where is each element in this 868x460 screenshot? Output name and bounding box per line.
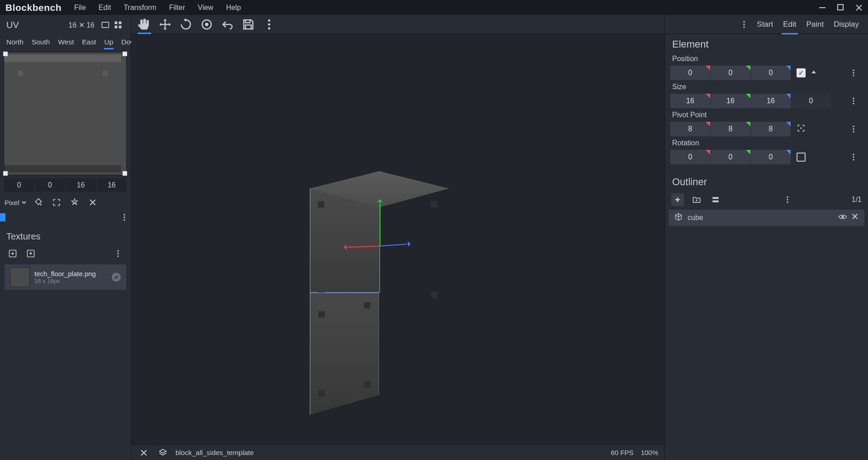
- svg-point-27: [853, 98, 854, 99]
- uv-coord-x1[interactable]: 0: [4, 178, 34, 192]
- menu-transform[interactable]: Transform: [118, 2, 161, 14]
- position-row: 0 0 0 ✓: [665, 65, 868, 81]
- toolbar-options-icon[interactable]: [262, 18, 276, 31]
- uv-grid-icon[interactable]: [112, 19, 124, 31]
- size-row: 16 16 16 0: [665, 93, 868, 109]
- pivot-label: Pivot Point: [665, 109, 868, 121]
- window-close[interactable]: [855, 4, 863, 11]
- save-icon[interactable]: [242, 18, 255, 31]
- gizmo-y-axis[interactable]: [379, 203, 380, 246]
- window-minimize[interactable]: [819, 4, 826, 11]
- uv-display[interactable]: [4, 52, 127, 175]
- element-title: Element: [665, 34, 868, 53]
- svg-point-28: [853, 100, 854, 101]
- visibility-icon[interactable]: [838, 212, 847, 223]
- pivot-row: 8 8 8: [665, 121, 868, 137]
- rotate-tool-icon[interactable]: [179, 18, 193, 31]
- position-collapse-icon[interactable]: [810, 68, 817, 77]
- clear-icon[interactable]: [86, 196, 99, 209]
- pivot-tool-icon[interactable]: [200, 18, 213, 31]
- svg-rect-6: [119, 26, 122, 29]
- size-z[interactable]: 16: [751, 94, 791, 108]
- position-x[interactable]: 0: [670, 66, 710, 80]
- svg-rect-1: [838, 5, 843, 10]
- viewport[interactable]: [131, 34, 664, 460]
- size-x[interactable]: 16: [670, 94, 710, 108]
- right-panel: Start Edit Paint Display Element Positio…: [664, 15, 868, 460]
- window-maximize[interactable]: [837, 4, 844, 11]
- status-zoom: 100%: [641, 449, 658, 456]
- menu-edit[interactable]: Edit: [93, 2, 117, 14]
- move-tool-icon[interactable]: [158, 18, 172, 31]
- pivot-z[interactable]: 8: [751, 122, 791, 136]
- mode-display[interactable]: Display: [830, 18, 863, 31]
- status-close-icon[interactable]: [138, 446, 150, 459]
- face-west[interactable]: West: [54, 37, 77, 47]
- status-project-name: block_all_sides_template: [175, 449, 254, 457]
- pan-tool-icon[interactable]: [138, 18, 151, 31]
- color-options-icon[interactable]: [118, 211, 131, 224]
- size-options-icon[interactable]: [847, 95, 860, 107]
- menu-file[interactable]: File: [69, 2, 91, 14]
- uv-canvas[interactable]: [4, 52, 127, 175]
- add-texture-icon[interactable]: [6, 247, 19, 260]
- face-north[interactable]: North: [3, 37, 27, 47]
- position-options-icon[interactable]: [847, 67, 860, 79]
- outliner-toggle-icon[interactable]: [709, 193, 722, 206]
- outliner-options-icon[interactable]: [781, 193, 794, 206]
- menu-view[interactable]: View: [192, 2, 218, 14]
- uv-brush-mode[interactable]: Pixel: [5, 199, 27, 206]
- uv-coord-y2[interactable]: 16: [97, 178, 127, 192]
- face-up[interactable]: Up: [100, 37, 117, 47]
- rotation-row: 0 0 0: [665, 149, 868, 165]
- outliner-item[interactable]: cube: [669, 210, 864, 226]
- svg-rect-4: [119, 22, 122, 24]
- textures-title: Textures: [0, 228, 131, 245]
- menu-filter[interactable]: Filter: [164, 2, 191, 14]
- gizmo-z-axis[interactable]: [379, 244, 407, 246]
- status-layers-icon[interactable]: [157, 446, 169, 459]
- rotation-rescale-checkbox[interactable]: [797, 153, 806, 162]
- svg-point-21: [744, 21, 745, 22]
- mode-tabs: Start Edit Paint Display: [665, 15, 868, 34]
- statusbar: block_all_sides_template 60 FPS 100%: [131, 445, 664, 460]
- menu-help[interactable]: Help: [221, 2, 247, 14]
- position-lock-checkbox[interactable]: ✓: [797, 68, 806, 77]
- position-y[interactable]: 0: [711, 66, 750, 80]
- mode-paint[interactable]: Paint: [803, 18, 828, 31]
- add-group-icon[interactable]: [690, 193, 703, 206]
- import-texture-icon[interactable]: [24, 247, 37, 260]
- svg-point-25: [853, 72, 854, 73]
- uv-fullscreen-icon[interactable]: [99, 19, 112, 31]
- auto-uv-icon[interactable]: A: [68, 196, 81, 209]
- uv-toolbar: Pixel A: [0, 193, 131, 211]
- size-inflate[interactable]: 0: [791, 94, 831, 108]
- rotation-z[interactable]: 0: [751, 150, 791, 164]
- rotation-x[interactable]: 0: [670, 150, 710, 164]
- pivot-x[interactable]: 8: [670, 122, 710, 136]
- uv-header: UV 16 ✕ 16: [0, 15, 131, 35]
- pivot-y[interactable]: 8: [711, 122, 750, 136]
- svg-point-20: [268, 27, 270, 29]
- uv-coord-x2[interactable]: 16: [66, 178, 96, 192]
- face-east[interactable]: East: [78, 37, 100, 47]
- face-south[interactable]: South: [28, 37, 54, 47]
- mode-options-icon[interactable]: [738, 18, 750, 31]
- mode-edit[interactable]: Edit: [779, 18, 800, 31]
- color-chip[interactable]: [0, 213, 5, 221]
- texture-item[interactable]: tech_floor_plate.png 16 x 16px: [5, 264, 126, 290]
- undo-icon[interactable]: [221, 18, 234, 31]
- rotation-y[interactable]: 0: [711, 150, 750, 164]
- center-pivot-icon[interactable]: [797, 124, 806, 134]
- remove-icon[interactable]: [851, 212, 859, 223]
- size-y[interactable]: 16: [711, 94, 750, 108]
- expand-icon[interactable]: [50, 196, 63, 209]
- fill-icon[interactable]: [32, 196, 45, 209]
- add-cube-icon[interactable]: [671, 193, 684, 206]
- rotation-options-icon[interactable]: [847, 151, 860, 163]
- position-z[interactable]: 0: [751, 66, 791, 80]
- pivot-options-icon[interactable]: [847, 123, 860, 135]
- uv-coord-y1[interactable]: 0: [35, 178, 65, 192]
- mode-start[interactable]: Start: [753, 18, 777, 31]
- textures-options-icon[interactable]: [112, 247, 124, 260]
